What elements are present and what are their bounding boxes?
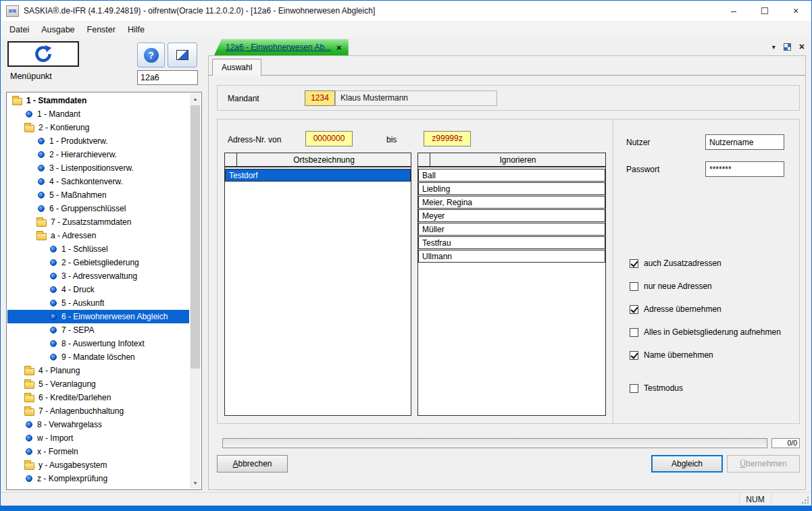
- tree-item[interactable]: 1 - Mandant: [7, 107, 189, 121]
- tab-close-icon[interactable]: ×: [336, 43, 342, 52]
- tree-item[interactable]: 5 - Maßnahmen: [7, 188, 189, 202]
- close-document-icon[interactable]: ×: [799, 42, 805, 51]
- tree-item[interactable]: a - Adressen: [7, 229, 189, 242]
- tree-item[interactable]: 7 - Zusatzstammdaten: [7, 215, 189, 229]
- tree-item[interactable]: 7 - Anlagenbuchhaltung: [7, 404, 189, 418]
- menu-item[interactable]: Datei: [3, 22, 35, 37]
- nutzer-input[interactable]: [705, 134, 784, 150]
- tree-item-label: 2 - Gebietsgliederung: [61, 258, 139, 267]
- tree-item[interactable]: 7 - SEPA: [7, 323, 189, 337]
- passwort-input[interactable]: [705, 161, 784, 177]
- close-button[interactable]: ×: [780, 1, 811, 21]
- report-button[interactable]: [168, 43, 197, 68]
- tree-item[interactable]: 5 - Veranlagung: [7, 377, 189, 391]
- abgleich-button[interactable]: Abgleich: [651, 455, 723, 473]
- statusbar: NUM: [1, 492, 811, 506]
- mandant-label: Mandant: [228, 94, 259, 103]
- adress-von-field[interactable]: 0000000: [305, 131, 353, 146]
- list-item[interactable]: Ullmann: [418, 250, 605, 263]
- checkbox-row[interactable]: nur neue Adressen: [630, 281, 808, 292]
- app-window: IFR SASKIA®.de-IFR (4.1.49.24819) - oifr…: [0, 0, 812, 511]
- tree-item[interactable]: 9 - Mandate löschen: [7, 350, 189, 364]
- folder-icon: [24, 408, 34, 416]
- folder-icon: [12, 98, 22, 105]
- checkbox-row[interactable]: Testmodus: [630, 383, 808, 394]
- tree-item[interactable]: w - Import: [7, 431, 189, 445]
- tree-item-label: 8 - Verwahrgelass: [37, 420, 102, 429]
- checkbox-row[interactable]: Name übernehmen: [630, 350, 808, 360]
- tree-item[interactable]: y - Ausgabesystem: [7, 458, 189, 472]
- tree-item[interactable]: 1 - Stammdaten: [7, 94, 189, 107]
- minimize-button[interactable]: –: [718, 1, 749, 21]
- tab-auswahl[interactable]: Auswahl: [212, 59, 261, 76]
- tree-item[interactable]: 4 - Sachkontenverw.: [7, 175, 189, 188]
- checkbox-row[interactable]: Alles in Gebietsgliederung aufnehmen: [630, 327, 808, 338]
- tree-item[interactable]: 1 - Produktverw.: [7, 134, 189, 148]
- bullet-icon: [26, 421, 32, 428]
- menu-item[interactable]: Ausgabe: [35, 22, 80, 37]
- scroll-up-icon[interactable]: ▲: [190, 93, 201, 105]
- checkbox-row[interactable]: Adresse übernehmen: [630, 304, 808, 315]
- tree-item[interactable]: 5 - Auskunft: [7, 296, 189, 310]
- tree-item[interactable]: 1 - Schlüssel: [7, 242, 189, 256]
- tree-item[interactable]: 6 - Gruppenschlüssel: [7, 202, 189, 215]
- maximize-button[interactable]: ☐: [749, 1, 780, 21]
- menu-point-button[interactable]: [7, 41, 79, 67]
- scrollbar-thumb[interactable]: [191, 105, 200, 369]
- select-column-header[interactable]: [418, 153, 430, 166]
- list-item[interactable]: Meyer: [418, 209, 605, 222]
- checkbox-icon[interactable]: [630, 259, 638, 268]
- checkbox-icon[interactable]: [630, 384, 638, 393]
- bullet-icon: [38, 178, 45, 185]
- tree-item[interactable]: 2 - Gebietsgliederung: [7, 256, 189, 269]
- checkbox-label: Name übernehmen: [644, 350, 713, 360]
- window-border-bottom: [1, 506, 811, 510]
- menu-item[interactable]: Hilfe: [122, 22, 151, 37]
- tree-item[interactable]: 2 - Hierarchieverw.: [7, 148, 189, 161]
- tree-item[interactable]: x - Formeln: [7, 445, 189, 458]
- tree-item[interactable]: 8 - Verwahrgelass: [7, 418, 189, 431]
- scroll-down-icon[interactable]: ▼: [190, 477, 201, 489]
- tree-item[interactable]: 4 - Druck: [7, 283, 189, 296]
- tree-item-label: z - Komplexprüfung: [37, 474, 107, 483]
- checkbox-icon[interactable]: [630, 328, 638, 337]
- document-tab[interactable]: 12a6 - Einwohnerwesen Ab... ×: [214, 39, 349, 55]
- mandant-code-field[interactable]: 1234: [305, 90, 335, 106]
- tree-item[interactable]: 4 - Planung: [7, 364, 189, 377]
- checkbox-icon[interactable]: [630, 305, 638, 314]
- bullet-icon: [50, 313, 57, 320]
- menu-code-input[interactable]: [137, 70, 198, 85]
- checkbox-icon[interactable]: [630, 351, 638, 360]
- tree-item[interactable]: z - Komplexprüfung: [7, 472, 189, 485]
- list-item[interactable]: Testdorf: [225, 169, 411, 182]
- tree-item-label: 7 - Anlagenbuchhaltung: [39, 406, 124, 416]
- document-tab-label[interactable]: 12a6 - Einwohnerwesen Ab...: [226, 43, 331, 52]
- tree-item[interactable]: 3 - Listenpositionsverw.: [7, 161, 189, 175]
- tree-item[interactable]: 6 - Einwohnerwesen Abgleich: [7, 310, 189, 323]
- ignorieren-header-label[interactable]: Ignorieren: [430, 153, 605, 166]
- tile-windows-icon[interactable]: [784, 43, 791, 51]
- list-item[interactable]: Ball: [418, 169, 605, 182]
- abbrechen-button[interactable]: Abbrechen: [217, 455, 288, 473]
- tree-item[interactable]: 2 - Kontierung: [7, 121, 189, 134]
- tree-item[interactable]: 6 - Kredite/Darlehen: [7, 391, 189, 404]
- list-item[interactable]: Testfrau: [418, 236, 605, 249]
- list-item[interactable]: Müller: [418, 223, 605, 236]
- adress-bis-field[interactable]: z99999z: [424, 131, 471, 146]
- folder-icon: [24, 395, 34, 402]
- menu-item[interactable]: Fenster: [81, 22, 122, 37]
- list-item-label: Testdorf: [229, 170, 258, 181]
- uebernehmen-button[interactable]: Übernehmen: [727, 455, 800, 473]
- tree-item[interactable]: 3 - Adressverwaltung: [7, 269, 189, 283]
- ortsbezeichnung-header-label[interactable]: Ortsbezeichnung: [237, 153, 411, 166]
- list-item[interactable]: Meier, Regina: [418, 196, 605, 209]
- checkbox-row[interactable]: auch Zusatzadressen: [630, 258, 808, 269]
- tree-item[interactable]: 8 - Auswertung Infotext: [7, 337, 189, 350]
- select-column-header[interactable]: [225, 153, 237, 166]
- checkbox-icon[interactable]: [630, 282, 638, 291]
- tab-list-arrow-icon[interactable]: ▾: [772, 43, 776, 51]
- help-button[interactable]: ?: [137, 43, 165, 68]
- tree-scrollbar[interactable]: ▲ ▼: [190, 93, 201, 489]
- resize-grip[interactable]: [801, 495, 810, 505]
- list-item[interactable]: Liebling: [418, 182, 605, 195]
